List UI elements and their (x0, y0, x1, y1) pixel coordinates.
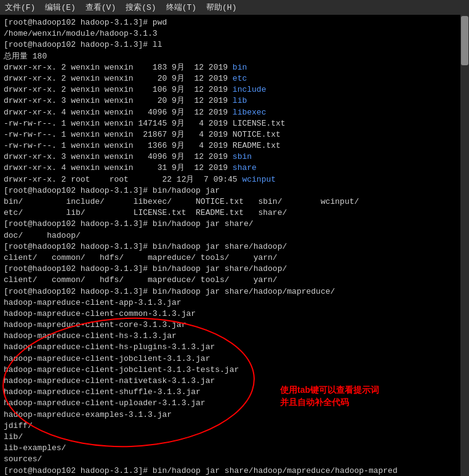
terminal-line: client/ common/ hdfs/ mapreduce/ tools/ … (4, 275, 465, 286)
dir-link-bin: bin (233, 63, 247, 72)
terminal-line: /home/wenxin/module/hadoop-3.1.3 (4, 28, 465, 39)
terminal-line: hadoop-mapreduce-client-app-3.1.3.jar (4, 297, 465, 309)
terminal-line: drwxr-xr-x. 2 wenxin wenxin 183 9月 12 20… (4, 62, 465, 73)
terminal-line: [root@hadoop102 hadoop-3.1.3]# bin/hadoo… (4, 264, 465, 275)
terminal-line: -rw-rw-r--. 1 wenxin wenxin 147145 9月 4 … (4, 118, 465, 129)
terminal-line: hadoop-mapreduce-client-core-3.1.3.jar (4, 320, 465, 331)
terminal-line: [root@hadoop102 hadoop-3.1.3]# bin/hadoo… (4, 219, 465, 230)
terminal-line: [root@hadoop102 hadoop-3.1.3]# bin/hadoo… (4, 286, 465, 297)
terminal-line: lib-examples/ (4, 443, 465, 454)
dir-link-include: include (233, 85, 267, 94)
scrollbar-thumb[interactable] (461, 16, 468, 65)
terminal-line: client/ common/ hdfs/ mapreduce/ tools/ … (4, 252, 465, 264)
terminal-line: hadoop-mapreduce-client-common-3.1.3.jar (4, 309, 465, 320)
menu-edit[interactable]: 编辑(E) (45, 2, 75, 13)
terminal-window: 文件(F) 编辑(E) 查看(V) 搜索(S) 终端(T) 帮助(H) [roo… (0, 0, 469, 476)
terminal-line: bin/ include/ libexec/ NOTICE.txt sbin/ … (4, 196, 465, 208)
terminal-line: hadoop-mapreduce-client-shuffle-3.1.3.ja… (4, 387, 465, 398)
terminal-line: lib/ (4, 432, 465, 443)
terminal-line: hadoop-mapreduce-client-uploader-3.1.3.j… (4, 398, 465, 409)
terminal-line: drwxr-xr-x. 4 wenxin wenxin 4096 9月 12 2… (4, 107, 465, 118)
menu-terminal[interactable]: 终端(T) (166, 2, 196, 13)
dir-link-lib: lib (233, 96, 247, 105)
terminal-line: drwxr-xr-x. 2 wenxin wenxin 106 9月 12 20… (4, 84, 465, 95)
dir-link-sbin: sbin (233, 152, 252, 161)
terminal-line-last: [root@hadoop102 hadoop-3.1.3]# bin/hadoo… (4, 466, 465, 477)
dir-link-wcinput: wcinput (242, 175, 276, 184)
menu-view[interactable]: 查看(V) (86, 2, 116, 13)
terminal-line: drwxr-xr-x. 2 root root 22 12月 7 09:45 w… (4, 174, 465, 185)
terminal-line: hadoop-mapreduce-client-nativetask-3.1.3… (4, 376, 465, 387)
terminal-line: drwxr-xr-x. 2 wenxin wenxin 20 9月 12 201… (4, 73, 465, 84)
menu-file[interactable]: 文件(F) (5, 2, 35, 13)
terminal-line: [root@hadoop102 hadoop-3.1.3]# bin/hadoo… (4, 185, 465, 196)
terminal-line: hadoop-mapreduce-examples-3.1.3.jar (4, 409, 465, 421)
menu-help[interactable]: 帮助(H) (206, 2, 236, 13)
dir-link-libexec: libexec (233, 108, 267, 117)
terminal-line: [root@hadoop102 hadoop-3.1.3]# ll (4, 39, 465, 50)
terminal-line: drwxr-xr-x. 4 wenxin wenxin 31 9月 12 201… (4, 163, 465, 174)
annotation-text: 使用tab键可以查看提示词 并且自动补全代码 (280, 384, 379, 408)
terminal-line: drwxr-xr-x. 3 wenxin wenxin 20 9月 12 201… (4, 95, 465, 107)
terminal-line: drwxr-xr-x. 3 wenxin wenxin 4096 9月 12 2… (4, 151, 465, 163)
terminal-body[interactable]: [root@hadoop102 hadoop-3.1.3]# pwd /home… (0, 15, 469, 476)
terminal-line: [root@hadoop102 hadoop-3.1.3]# bin/hadoo… (4, 241, 465, 252)
terminal-line: doc/ hadoop/ (4, 230, 465, 241)
menubar: 文件(F) 编辑(E) 查看(V) 搜索(S) 终端(T) 帮助(H) (0, 0, 469, 15)
terminal-line: hadoop-mapreduce-client-hs-3.1.3.jar (4, 331, 465, 342)
terminal-line: -rw-rw-r--. 1 wenxin wenxin 1366 9月 4 20… (4, 140, 465, 151)
menu-search[interactable]: 搜索(S) (126, 2, 156, 13)
terminal-line: hadoop-mapreduce-client-jobclient-3.1.3-… (4, 365, 465, 376)
terminal-line: 总用量 180 (4, 51, 465, 62)
terminal-line: hadoop-mapreduce-client-jobclient-3.1.3.… (4, 353, 465, 365)
terminal-line: sources/ (4, 454, 465, 465)
terminal-line: hadoop-mapreduce-client-hs-plugins-3.1.3… (4, 342, 465, 353)
terminal-line: -rw-rw-r--. 1 wenxin wenxin 21867 9月 4 2… (4, 129, 465, 140)
terminal-line: jdiff/ (4, 421, 465, 432)
dir-link-share: share (233, 163, 257, 172)
scrollbar[interactable] (460, 15, 469, 476)
terminal-line: [root@hadoop102 hadoop-3.1.3]# pwd (4, 17, 465, 28)
dir-link-etc: etc (233, 74, 247, 83)
terminal-line: etc/ lib/ LICENSE.txt README.txt share/ (4, 208, 465, 219)
